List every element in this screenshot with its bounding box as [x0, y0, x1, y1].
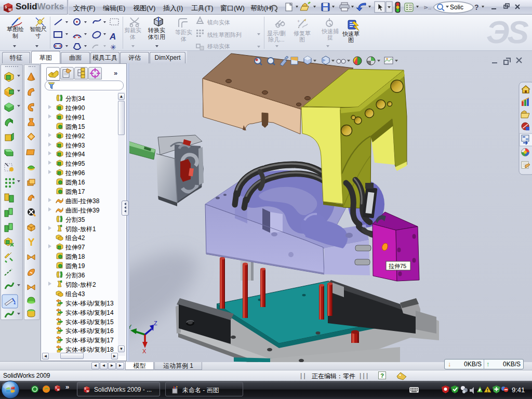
svg-text:W: W — [57, 389, 60, 391]
svg-text:A: A — [109, 32, 116, 42]
svg-text:+: + — [297, 19, 300, 24]
svg-text:Z: Z — [154, 320, 157, 326]
svg-text:S: S — [55, 387, 57, 389]
svg-text:S: S — [5, 5, 7, 9]
svg-text:W: W — [8, 8, 12, 11]
svg-text:W: W — [87, 390, 89, 393]
svg-text:?: ? — [474, 3, 479, 11]
svg-text:✳: ✳ — [110, 43, 116, 50]
svg-text:拉伸75: 拉伸75 — [389, 263, 406, 269]
svg-text:⋗..: ⋗.. — [423, 4, 431, 10]
svg-text:Solic: Solic — [450, 4, 463, 11]
svg-text:X: X — [142, 348, 147, 354]
